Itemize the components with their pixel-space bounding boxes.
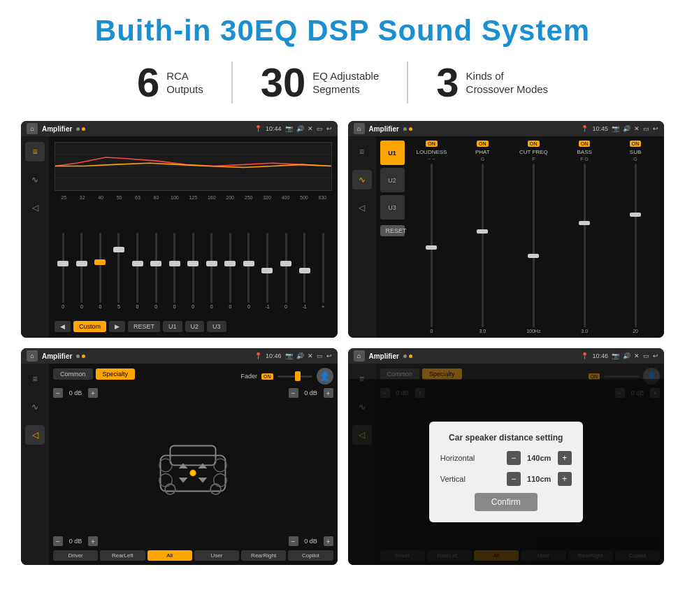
speaker-side-icon-2[interactable]: ◁ xyxy=(352,198,372,217)
u2-crossover-btn[interactable]: U2 xyxy=(380,168,405,192)
slider-track-14[interactable] xyxy=(303,233,305,303)
speaker-side-icon-3[interactable]: ◁ xyxy=(25,425,45,445)
driver-btn[interactable]: Driver xyxy=(53,550,98,561)
back-icon-1[interactable]: ↩ xyxy=(326,125,332,132)
eq-side-icon[interactable]: ≡ xyxy=(25,142,45,162)
home-icon-4[interactable]: ⌂ xyxy=(354,350,365,361)
db-minus-tr[interactable]: − xyxy=(289,388,298,398)
back-icon-4[interactable]: ↩ xyxy=(653,352,658,359)
fader-slider-thumb[interactable] xyxy=(295,371,301,381)
phat-slider[interactable] xyxy=(482,164,484,327)
slider-thumb-5[interactable] xyxy=(132,261,143,266)
close-icon-3[interactable]: ✕ xyxy=(308,352,313,359)
wave-side-icon-2[interactable]: ∿ xyxy=(352,170,372,189)
db-plus-bl[interactable]: + xyxy=(88,536,98,546)
u3-crossover-btn[interactable]: U3 xyxy=(380,195,405,220)
u3-btn[interactable]: U3 xyxy=(207,321,226,332)
slider-thumb-3[interactable] xyxy=(94,259,106,265)
minimize-icon-4[interactable]: ▭ xyxy=(643,352,649,359)
vertical-minus-btn[interactable]: − xyxy=(507,472,521,486)
slider-track-4[interactable] xyxy=(117,233,120,303)
minimize-icon-1[interactable]: ▭ xyxy=(317,125,323,132)
minimize-icon-3[interactable]: ▭ xyxy=(317,352,323,359)
eq-side-icon-2[interactable]: ≡ xyxy=(352,142,372,162)
slider-thumb-6[interactable] xyxy=(150,261,161,266)
slider-thumb-7[interactable] xyxy=(169,261,180,266)
slider-thumb-11[interactable] xyxy=(243,261,254,266)
slider-track-5[interactable] xyxy=(136,233,138,303)
fader-user-icon[interactable]: 👤 xyxy=(317,368,333,385)
reset-btn[interactable]: RESET xyxy=(128,321,160,332)
slider-track-15[interactable] xyxy=(322,233,324,303)
slider-thumb-14[interactable] xyxy=(299,268,310,273)
all-btn[interactable]: All xyxy=(147,550,192,561)
db-plus-tl[interactable]: + xyxy=(88,388,98,398)
horizontal-minus-btn[interactable]: − xyxy=(507,451,521,465)
copilot-btn[interactable]: Copilot xyxy=(288,550,333,561)
slider-track-2[interactable] xyxy=(80,233,82,303)
back-icon-3[interactable]: ↩ xyxy=(326,352,332,359)
loudness-thumb[interactable] xyxy=(426,245,437,250)
slider-thumb-13[interactable] xyxy=(280,261,291,266)
db-plus-br[interactable]: + xyxy=(324,536,333,546)
slider-track-13[interactable] xyxy=(285,233,287,303)
slider-track-10[interactable] xyxy=(229,233,231,303)
confirm-button[interactable]: Confirm xyxy=(475,493,538,511)
u1-btn[interactable]: U1 xyxy=(163,321,182,332)
minimize-icon-2[interactable]: ▭ xyxy=(643,125,649,132)
db-minus-br[interactable]: − xyxy=(289,536,298,546)
home-icon-3[interactable]: ⌂ xyxy=(27,350,38,361)
slider-track-6[interactable] xyxy=(155,233,157,303)
sub-thumb[interactable] xyxy=(630,213,641,217)
slider-thumb-8[interactable] xyxy=(187,261,199,266)
slider-thumb-12[interactable] xyxy=(261,268,273,273)
prev-btn[interactable]: ◀ xyxy=(55,321,71,332)
speaker-side-icon[interactable]: ◁ xyxy=(25,198,45,217)
sub-slider[interactable] xyxy=(635,164,637,327)
specialty-tab[interactable]: Specialty xyxy=(96,368,136,380)
db-minus-bl[interactable]: − xyxy=(53,536,63,546)
wave-side-icon[interactable]: ∿ xyxy=(25,170,45,189)
play-btn[interactable]: ▶ xyxy=(109,321,125,332)
db-minus-tl[interactable]: − xyxy=(53,388,63,398)
db-plus-tr[interactable]: + xyxy=(324,388,333,398)
close-icon-4[interactable]: ✕ xyxy=(634,352,640,359)
eq-side-icon-3[interactable]: ≡ xyxy=(25,369,45,389)
slider-thumb-10[interactable] xyxy=(224,261,236,266)
slider-thumb-4[interactable] xyxy=(113,247,124,252)
slider-track-7[interactable] xyxy=(173,233,175,303)
slider-thumb-9[interactable] xyxy=(206,261,217,266)
horizontal-plus-btn[interactable]: + xyxy=(558,451,572,465)
custom-btn[interactable]: Custom xyxy=(73,321,106,332)
slider-thumb-2[interactable] xyxy=(76,261,87,266)
common-tab[interactable]: Common xyxy=(53,368,93,380)
cutfreq-slider[interactable] xyxy=(533,164,535,327)
rearright-btn[interactable]: RearRight xyxy=(241,550,286,561)
slider-track-9[interactable] xyxy=(210,233,212,303)
phat-thumb[interactable] xyxy=(477,229,488,234)
vertical-plus-btn[interactable]: + xyxy=(558,472,572,486)
loudness-slider[interactable] xyxy=(431,164,433,327)
close-icon-2[interactable]: ✕ xyxy=(634,125,640,132)
u1-crossover-btn[interactable]: U1 xyxy=(380,141,405,165)
slider-track-12[interactable] xyxy=(266,233,268,303)
fader-slider[interactable] xyxy=(277,375,312,378)
slider-track-11[interactable] xyxy=(247,233,250,303)
cutfreq-thumb[interactable] xyxy=(528,254,539,258)
slider-track-1[interactable] xyxy=(62,233,64,303)
home-icon-1[interactable]: ⌂ xyxy=(27,123,38,134)
slider-track-3[interactable] xyxy=(99,233,101,303)
crossover-reset-btn[interactable]: RESET xyxy=(380,225,405,236)
u2-btn[interactable]: U2 xyxy=(185,321,205,332)
back-icon-2[interactable]: ↩ xyxy=(653,125,658,132)
wave-side-icon-3[interactable]: ∿ xyxy=(25,397,45,417)
slider-track-8[interactable] xyxy=(192,233,194,303)
bass-slider[interactable] xyxy=(584,164,586,327)
slider-thumb-1[interactable] xyxy=(57,261,68,266)
user-btn[interactable]: User xyxy=(194,550,239,561)
bass-thumb[interactable] xyxy=(579,221,590,225)
rearleft-btn[interactable]: RearLeft xyxy=(100,550,145,561)
col-phat: ON PHAT G 3.0 xyxy=(458,141,507,334)
home-icon-2[interactable]: ⌂ xyxy=(354,123,365,134)
close-icon-1[interactable]: ✕ xyxy=(308,125,313,132)
